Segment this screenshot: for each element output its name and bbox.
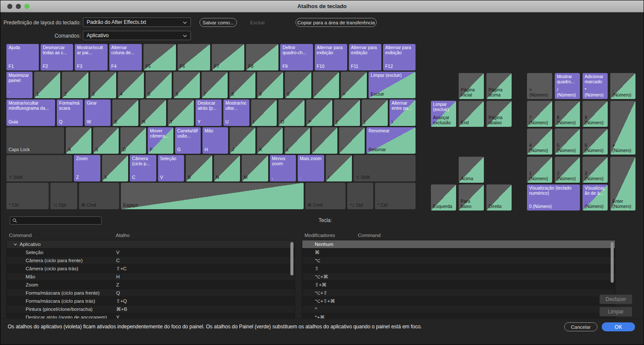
key-9[interactable]: 9	[257, 72, 283, 98]
key-o[interactable]: O	[278, 99, 304, 126]
key-f9[interactable]: Definir quadro-ch...F9	[280, 44, 313, 70]
modifier-row[interactable]: ^	[302, 305, 615, 313]
command-search-box[interactable]	[10, 216, 102, 225]
key--ctrl[interactable]: ^ Ctrl	[6, 183, 49, 209]
modifier-row[interactable]: ⌥+⇧	[302, 289, 615, 297]
modifier-row[interactable]: ⇧+⌘	[302, 281, 615, 289]
preset-select[interactable]: Padrão do After Effects.txt	[83, 18, 191, 27]
key-1[interactable]: 1	[34, 72, 60, 98]
modifier-row[interactable]: ⌥+⇧+⌘	[302, 297, 615, 305]
key-m[interactable]: M	[242, 155, 268, 181]
key-0[interactable]: 0	[285, 72, 311, 98]
key--[interactable]: Alternar entre pa...\	[389, 99, 416, 126]
command-row[interactable]: Forma/máscara (ciclo para frente)Q	[7, 289, 295, 297]
key-avançar-exclusão[interactable]: Limpar (excluir)Avançar exclusão	[431, 101, 456, 127]
key-2[interactable]: 2	[62, 72, 88, 98]
key-6[interactable]: 6	[173, 72, 199, 98]
key--ctrl[interactable]: ^ Ctrl	[375, 183, 416, 209]
key-n[interactable]: N	[214, 155, 240, 181]
modifier-row[interactable]: Nenhum	[302, 240, 615, 249]
key-f11[interactable]: Alternar para exibiçãoF11	[349, 44, 381, 70]
key-5[interactable]: 5	[146, 72, 172, 98]
key-end[interactable]: End	[459, 101, 484, 127]
key-e[interactable]: E	[112, 99, 138, 126]
key-f12[interactable]: Alternar para exibiçãoF12	[383, 44, 416, 70]
key-página-abaixo[interactable]: Página abaixo	[486, 101, 512, 127]
cancel-button[interactable]: Cancelar	[564, 322, 597, 331]
command-row[interactable]: Pintura (pincel/clone/borracha)⌘+B	[7, 305, 295, 313]
key-página-inicial[interactable]: Página inicial	[459, 73, 484, 99]
key--número-[interactable]: Adicionar marcado* (Número)	[583, 73, 608, 99]
key-6-número-[interactable]: 6 (Número)	[583, 129, 608, 155]
minimize-window-icon[interactable]	[16, 4, 21, 9]
key-f3[interactable]: Mostrar/ocultar pai...F3	[75, 44, 107, 70]
key--shift[interactable]: ⇧ Shift	[6, 155, 72, 181]
modifier-row[interactable]: ⌘	[302, 249, 615, 257]
key-r[interactable]: R	[140, 99, 166, 126]
key-h[interactable]: MãoH	[202, 127, 228, 154]
key-q[interactable]: Forma/máscaraQ	[57, 99, 83, 126]
key-b[interactable]: B	[186, 155, 212, 181]
copy-to-clipboard-button[interactable]: Copiar para a área de transferência	[296, 18, 377, 27]
modifier-row[interactable]: ⌥+⌘	[302, 273, 615, 281]
key--número-[interactable]: + (Número)	[610, 101, 635, 155]
key--[interactable]: Mais zoom.	[298, 155, 324, 181]
key--[interactable]: [	[334, 99, 360, 126]
key-f2[interactable]: Desmarcar todas as c...F2	[41, 44, 73, 70]
clear-button[interactable]: Limpar	[600, 307, 632, 316]
search-input[interactable]	[19, 218, 99, 224]
key-u[interactable]: Mostrar/ocultar...U	[223, 99, 249, 126]
key--número-[interactable]: - (Número)	[610, 73, 635, 99]
modifier-row[interactable]: ⇧	[302, 265, 615, 273]
key-enter-número-[interactable]: Enter (Número)	[610, 157, 635, 211]
key-w[interactable]: GirarW	[85, 99, 111, 126]
commands-select[interactable]: Aplicativo	[83, 31, 191, 40]
key-8[interactable]: 8	[229, 72, 255, 98]
command-row[interactable]: ZoomZ	[7, 281, 295, 289]
key--[interactable]: Menos zoom,	[270, 155, 296, 181]
save-as-button[interactable]: Salvar como...	[199, 18, 237, 27]
command-group-row[interactable]: Aplicativo	[7, 240, 295, 249]
key-4[interactable]: 4	[118, 72, 144, 98]
key-para-baixo[interactable]: Para baixo	[459, 184, 484, 211]
key-caps-lock[interactable]: Caps Lock	[6, 127, 64, 154]
key-9-número-[interactable]: 9 (Número)	[583, 101, 608, 127]
key-f1[interactable]: AjudaF1	[6, 44, 39, 70]
key--[interactable]: ]	[362, 99, 388, 126]
chevron-down-icon[interactable]	[14, 243, 17, 246]
key-t[interactable]: T	[168, 99, 194, 126]
key-3[interactable]: 3	[90, 72, 116, 98]
key--número-[interactable]: Mostrar quadro.../ (Número)	[555, 73, 580, 99]
key-7-número-[interactable]: 7 (Número)	[527, 101, 552, 127]
key--opt[interactable]: ⌥ Opt	[50, 183, 77, 209]
key-j[interactable]: J	[230, 127, 255, 154]
modifier-list-scrollbar[interactable]	[611, 242, 614, 283]
key-g[interactable]: Caneta/difusão...G	[175, 127, 201, 154]
key-a[interactable]: A	[66, 127, 91, 154]
ok-button[interactable]: OK	[602, 322, 635, 331]
key-y[interactable]: Deslocar atrás (p...Y	[196, 99, 222, 126]
key--opt[interactable]: ⌥ Opt	[347, 183, 373, 209]
key--cmd[interactable]: ⌘ Cmd	[79, 183, 120, 209]
key-7[interactable]: 7	[202, 72, 228, 98]
command-row[interactable]: Câmera (ciclo para frente)C	[7, 257, 295, 265]
key-z[interactable]: ZoomZ	[74, 155, 100, 181]
key-f7[interactable]: F7	[212, 44, 244, 70]
key-v[interactable]: SeleçãoV	[158, 155, 184, 181]
key-f6[interactable]: F6	[178, 44, 210, 70]
key-acima[interactable]: Acima	[459, 157, 484, 183]
key-3-número-[interactable]: 3 (Número)	[583, 157, 608, 183]
key-5-número-[interactable]: 5 (Número)	[555, 129, 580, 155]
key-4-número-[interactable]: 4 (Número)	[527, 129, 552, 155]
key-x[interactable]: X	[102, 155, 128, 181]
undo-button[interactable]: Desfazer	[600, 295, 632, 304]
modifier-row[interactable]: ⌥	[302, 257, 615, 265]
key-s[interactable]: S	[93, 127, 119, 154]
key--[interactable]: ;	[312, 127, 337, 154]
key-l[interactable]: L	[284, 127, 310, 154]
key-2-número-[interactable]: 2 (Número)	[555, 157, 580, 183]
key--[interactable]: '	[339, 127, 365, 154]
key-esquerda[interactable]: Esquerda	[431, 184, 456, 211]
key-retornar[interactable]: RenomearRetornar	[366, 127, 416, 154]
command-row[interactable]: SeleçãoV	[7, 249, 295, 257]
